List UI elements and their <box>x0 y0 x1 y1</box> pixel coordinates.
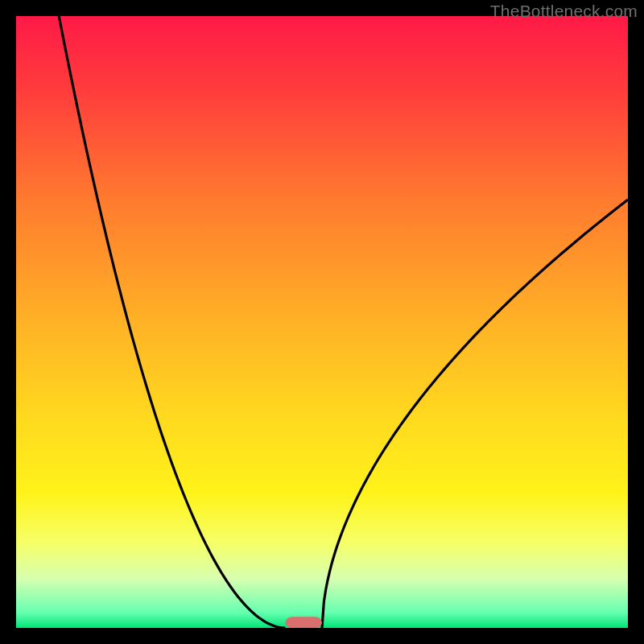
minimum-marker <box>285 617 322 628</box>
gradient-background <box>16 16 628 628</box>
watermark-text: TheBottleneck.com <box>490 2 638 21</box>
bottleneck-plot <box>16 16 628 628</box>
chart-frame <box>16 16 628 628</box>
